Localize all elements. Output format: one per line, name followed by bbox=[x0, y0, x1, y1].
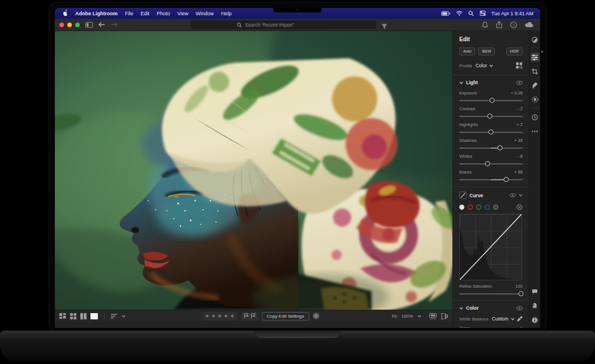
shadows-slider[interactable]: Shadows+ 33 bbox=[459, 138, 523, 150]
keywords-icon[interactable] bbox=[531, 301, 540, 310]
comments-icon[interactable] bbox=[531, 287, 540, 296]
color-visibility-icon[interactable] bbox=[516, 306, 523, 310]
white-balance-chevron-icon[interactable] bbox=[511, 318, 515, 320]
contrast-slider[interactable]: Contrast- 2 bbox=[459, 106, 523, 119]
curve-channel-red[interactable] bbox=[468, 205, 473, 210]
photo-grid-icon[interactable] bbox=[59, 313, 66, 319]
menu-app-name[interactable]: Adobe Lightroom bbox=[75, 11, 118, 16]
presets-icon[interactable] bbox=[531, 35, 540, 44]
zoom-window-button[interactable] bbox=[75, 23, 80, 27]
color-collapse-icon[interactable] bbox=[459, 307, 463, 310]
star-icon[interactable]: ★ bbox=[205, 314, 209, 319]
control-center-icon[interactable] bbox=[480, 11, 486, 16]
search-status-icon[interactable] bbox=[468, 11, 474, 16]
star-rating[interactable]: ★ ★ ★ ★ ★ bbox=[202, 312, 237, 320]
color-section-header[interactable]: Color bbox=[459, 305, 523, 311]
menu-clock[interactable]: Tue Apr 1 9:41 AM bbox=[491, 11, 533, 16]
search-input[interactable] bbox=[245, 22, 330, 28]
slider-knob[interactable] bbox=[490, 98, 495, 103]
more-icon[interactable] bbox=[531, 127, 540, 136]
light-visibility-icon[interactable] bbox=[516, 81, 523, 85]
star-icon[interactable]: ★ bbox=[217, 314, 222, 319]
before-after-icon[interactable] bbox=[441, 313, 448, 319]
curve-reset-icon[interactable] bbox=[516, 204, 523, 210]
toolbar-divider bbox=[104, 313, 105, 319]
edit-sliders-icon[interactable] bbox=[531, 53, 540, 62]
menu-file[interactable]: File bbox=[125, 11, 133, 16]
highlights-slider[interactable]: Highlights+ 2 bbox=[459, 122, 523, 135]
white-balance-value[interactable]: Custom bbox=[492, 316, 508, 322]
light-collapse-icon[interactable] bbox=[459, 81, 463, 84]
zoom-level[interactable]: 100% bbox=[402, 314, 413, 319]
whites-slider[interactable]: Whites- 8 bbox=[459, 154, 523, 166]
minimize-window-button[interactable] bbox=[67, 23, 72, 27]
profile-row: Profile Color bbox=[459, 62, 523, 69]
square-grid-icon[interactable] bbox=[70, 313, 76, 319]
cloud-icon[interactable] bbox=[525, 22, 533, 28]
curve-channel-blue[interactable] bbox=[485, 205, 490, 210]
sort-icon[interactable] bbox=[111, 314, 118, 319]
menu-view[interactable]: View bbox=[178, 11, 188, 16]
menu-window[interactable]: Window bbox=[196, 11, 214, 16]
curve-channel-targeted[interactable] bbox=[493, 205, 498, 210]
profile-chevron-icon[interactable] bbox=[489, 64, 493, 67]
sidebar-toggle-icon[interactable] bbox=[85, 22, 93, 28]
forward-button[interactable] bbox=[111, 22, 118, 27]
curve-channel-all[interactable] bbox=[459, 205, 464, 210]
reject-flag-icon[interactable] bbox=[251, 313, 256, 319]
heal-icon[interactable] bbox=[531, 81, 540, 90]
menu-help[interactable]: Help bbox=[221, 11, 232, 16]
tone-curve-graph[interactable] bbox=[459, 214, 522, 280]
slider-knob[interactable] bbox=[487, 114, 492, 119]
slider-knob[interactable] bbox=[489, 129, 494, 135]
zoom-fit-label[interactable]: Fit bbox=[392, 314, 397, 319]
hdr-button[interactable]: HDR bbox=[506, 47, 523, 55]
close-window-button[interactable] bbox=[59, 23, 64, 27]
bell-icon[interactable] bbox=[482, 21, 488, 28]
share-icon[interactable] bbox=[496, 21, 502, 28]
apple-menu[interactable] bbox=[62, 9, 68, 18]
show-original-icon[interactable] bbox=[429, 313, 437, 319]
eyedropper-icon[interactable] bbox=[517, 316, 523, 322]
slider-knob[interactable] bbox=[497, 145, 502, 150]
detail-icon[interactable] bbox=[90, 313, 98, 319]
star-icon[interactable]: ★ bbox=[224, 314, 228, 319]
back-button[interactable] bbox=[98, 22, 105, 27]
exposure-slider[interactable]: Exposure+ 0.25 bbox=[459, 90, 523, 103]
star-icon[interactable]: ★ bbox=[230, 314, 235, 319]
blacks-slider[interactable]: Blacks+ 55 bbox=[459, 170, 523, 182]
compare-icon[interactable] bbox=[80, 313, 87, 319]
curve-section-header[interactable]: Curve bbox=[459, 192, 523, 199]
menu-photo[interactable]: Photo bbox=[157, 11, 170, 16]
profile-value[interactable]: Color bbox=[476, 63, 487, 68]
zoom-chevron-icon[interactable] bbox=[417, 315, 421, 318]
curve-visibility-icon[interactable] bbox=[510, 193, 516, 197]
battery-icon[interactable] bbox=[441, 11, 450, 16]
refine-saturation-slider[interactable] bbox=[459, 291, 523, 296]
settings-gear-icon[interactable] bbox=[313, 313, 320, 319]
search-bar[interactable] bbox=[191, 20, 376, 29]
slider-knob[interactable] bbox=[485, 161, 490, 166]
temp-slider[interactable]: Temp- 1 bbox=[459, 326, 523, 328]
star-icon[interactable]: ★ bbox=[211, 314, 215, 319]
light-section-header[interactable]: Light bbox=[459, 80, 523, 85]
filter-icon[interactable] bbox=[381, 21, 387, 32]
versions-icon[interactable] bbox=[531, 112, 540, 122]
help-icon[interactable]: ? bbox=[510, 21, 517, 28]
photo-canvas[interactable] bbox=[55, 31, 452, 310]
info-icon[interactable] bbox=[531, 315, 540, 324]
slider-knob[interactable] bbox=[518, 291, 523, 296]
crop-icon[interactable] bbox=[531, 67, 540, 76]
sort-chevron-icon[interactable] bbox=[122, 315, 126, 318]
slider-knob[interactable] bbox=[503, 177, 508, 182]
masking-icon[interactable] bbox=[531, 95, 540, 104]
pick-flag-icon[interactable] bbox=[244, 313, 249, 319]
profile-browser-icon[interactable] bbox=[516, 62, 523, 69]
copy-edit-settings-button[interactable]: Copy Edit Settings bbox=[262, 312, 309, 320]
wifi-icon[interactable] bbox=[456, 11, 463, 16]
auto-button[interactable]: Auto bbox=[459, 47, 475, 55]
curve-channel-green[interactable] bbox=[476, 205, 481, 210]
curve-collapse-icon[interactable] bbox=[519, 194, 523, 197]
bw-button[interactable]: B&W bbox=[478, 47, 495, 55]
menu-edit[interactable]: Edit bbox=[141, 11, 150, 16]
